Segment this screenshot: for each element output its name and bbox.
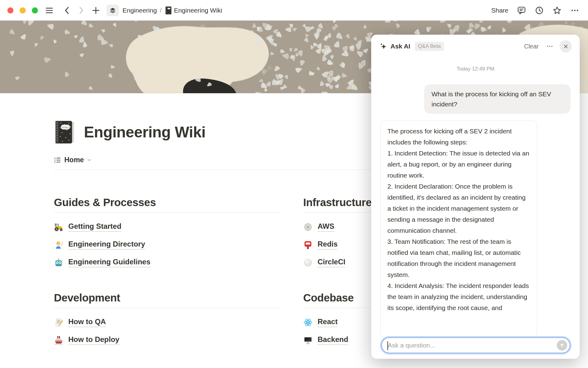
page-link-label[interactable]: Engineering Directory [68, 240, 145, 250]
page-link-label[interactable]: React [318, 317, 337, 327]
comments-icon [517, 6, 526, 15]
send-arrow-icon [559, 342, 565, 348]
page-link-label[interactable]: Getting Started [68, 222, 121, 232]
forward-button[interactable] [77, 6, 86, 15]
page-link-label[interactable]: How to Deploy [68, 335, 119, 345]
notebook-emoji[interactable]: Notes [54, 120, 75, 145]
page-title: Engineering Wiki [84, 123, 205, 141]
page-link-getting-started[interactable]: Getting Started [54, 218, 281, 236]
user-message-bubble: What is the process for kicking off an S… [424, 84, 571, 114]
ask-question-inputbox[interactable] [381, 337, 570, 353]
sidebar-toggle-icon [45, 6, 54, 15]
close-icon [563, 44, 568, 49]
ship-emoji [54, 335, 63, 345]
tractor-emoji [54, 222, 63, 232]
page-link-engineering-directory[interactable]: Engineering Directory [54, 236, 281, 254]
qa-beta-badge: Q&A Beta [415, 42, 444, 51]
back-button[interactable] [62, 6, 72, 15]
window-toolbar: Engineering / Engineering Wiki Share [0, 0, 588, 21]
minimize-window-button[interactable] [20, 7, 26, 13]
desktop-computer-emoji [303, 335, 313, 345]
ask-ai-title: Ask AI [390, 43, 410, 50]
favorite-button[interactable] [552, 6, 562, 15]
robot-emoji [54, 258, 63, 267]
clear-button[interactable]: Clear [524, 43, 539, 50]
section-divider [54, 212, 281, 213]
text-cursor [387, 341, 388, 350]
section-heading-guides: Guides & Processes [54, 196, 281, 209]
page-link-label[interactable]: AWS [318, 222, 334, 232]
react-atom-icon [303, 318, 313, 327]
chevron-down-icon [87, 158, 92, 162]
more-ellipsis-icon [570, 6, 579, 15]
svg-text:Notes: Notes [62, 126, 69, 129]
page-link-label[interactable]: Engineering Guidelines [68, 258, 150, 267]
close-window-button[interactable] [7, 7, 13, 13]
updates-button[interactable] [535, 6, 544, 15]
teamspace-layers-icon [109, 7, 116, 14]
new-page-icon [91, 6, 100, 15]
panel-close-button[interactable] [560, 40, 572, 52]
send-button[interactable] [557, 340, 567, 351]
notebook-emoji [165, 6, 173, 15]
breadcrumb-separator: / [160, 7, 162, 14]
list-view-icon [54, 156, 61, 164]
share-button[interactable]: Share [491, 7, 508, 14]
section-heading-development: Development [54, 292, 281, 304]
ai-sparkle-icon [379, 42, 387, 50]
sidebar-toggle-button[interactable] [45, 6, 54, 15]
page-link-label[interactable]: Backend [318, 335, 348, 345]
toolbar-more-button[interactable] [570, 6, 579, 15]
new-page-button[interactable] [91, 6, 100, 15]
ask-ai-conversation: Today 12:49 PM What is the process for k… [371, 58, 580, 359]
column-left: Guides & Processes Getting Started Engin… [54, 170, 281, 349]
memo-pencil-emoji [54, 318, 63, 327]
forward-icon [77, 6, 86, 15]
postbox-emoji [303, 240, 313, 250]
page-link-label[interactable]: CircleCI [318, 258, 345, 267]
zoom-window-button[interactable] [32, 7, 38, 13]
person-raising-hand-emoji [54, 240, 63, 250]
breadcrumb-page[interactable]: Engineering Wiki [174, 7, 222, 14]
ask-ai-panel: Ask AI Q&A Beta Clear Today 12:49 PM Wha… [371, 35, 580, 359]
conversation-timestamp: Today 12:49 PM [380, 66, 571, 72]
breadcrumb-teamspace[interactable]: Engineering [123, 7, 157, 14]
favorite-star-icon [552, 6, 562, 15]
view-tab-label: Home [64, 156, 84, 164]
section-divider [54, 308, 281, 308]
comments-button[interactable] [517, 6, 526, 15]
ai-response-card: The process for kicking off a SEV 2 inci… [380, 121, 537, 338]
more-ellipsis-icon [546, 43, 553, 50]
breadcrumb: Engineering / Engineering Wiki [119, 6, 222, 15]
page-link-how-to-deploy[interactable]: How to Deploy [54, 331, 281, 349]
breadcrumb-teamspace-icon-button[interactable] [107, 5, 119, 16]
page-link-label[interactable]: How to QA [68, 317, 106, 327]
back-icon [62, 6, 72, 15]
spider-web-emoji [303, 222, 313, 232]
updates-clock-icon [535, 6, 544, 15]
page-link-how-to-qa[interactable]: How to QA [54, 313, 281, 331]
traffic-lights [7, 7, 38, 13]
ask-question-input[interactable] [388, 342, 554, 349]
white-circle-emoji [303, 258, 313, 267]
panel-more-button[interactable] [546, 43, 553, 50]
page-link-label[interactable]: Redis [318, 240, 337, 250]
ask-ai-header: Ask AI Q&A Beta Clear [371, 35, 580, 58]
page-link-engineering-guidelines[interactable]: Engineering Guidelines [54, 254, 281, 271]
